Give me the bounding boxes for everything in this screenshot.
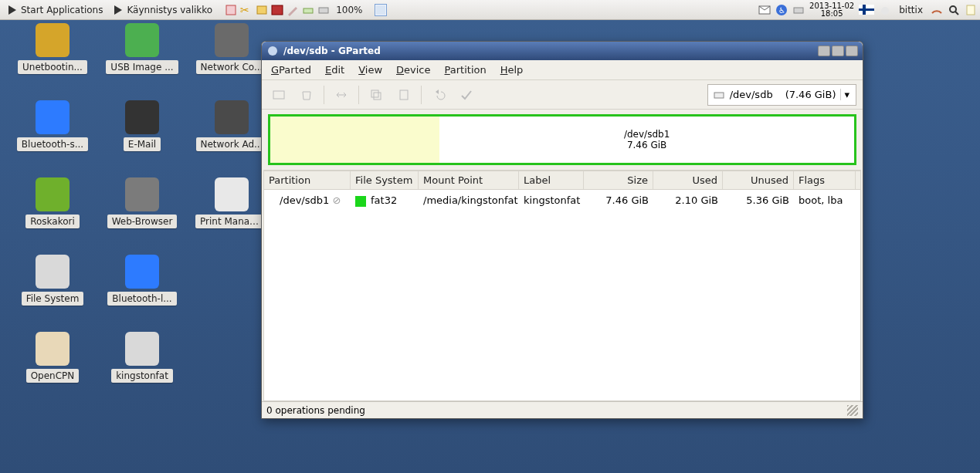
svg-rect-19 — [400, 90, 408, 100]
drive-icon — [713, 89, 725, 101]
notes-icon[interactable] — [965, 4, 977, 16]
svg-rect-6 — [376, 5, 385, 15]
desktop-icon[interactable]: File System — [14, 255, 91, 332]
column-header[interactable]: Label — [519, 171, 584, 189]
menu-partition[interactable]: Partition — [445, 64, 487, 76]
desktop-icon[interactable]: OpenCPN — [14, 332, 91, 409]
disk-usage-icon[interactable] — [792, 4, 805, 16]
terminal-icon[interactable] — [271, 4, 283, 16]
svg-rect-18 — [374, 93, 381, 100]
desktop-icon[interactable]: Network Ad... — [193, 100, 270, 177]
svg-rect-0 — [226, 5, 236, 15]
network-wireless-icon[interactable] — [931, 4, 943, 16]
scissors-icon[interactable]: ✂ — [240, 4, 253, 16]
cell-label: kingstonfat — [519, 193, 584, 208]
pen-icon[interactable] — [287, 4, 299, 16]
close-button[interactable] — [846, 46, 858, 56]
clock[interactable]: 2013-11-02 18:05 — [809, 2, 854, 18]
start-applications[interactable]: Start Applications — [3, 2, 106, 18]
menu-view[interactable]: View — [358, 64, 382, 76]
desktop-icon[interactable]: Unetbootin... — [14, 23, 91, 100]
apply-button[interactable] — [456, 84, 477, 106]
desktop-icon[interactable]: USB Image ... — [103, 23, 181, 100]
cell-unused: 5.36 GiB — [723, 193, 794, 208]
taskbar-app-icon[interactable] — [375, 4, 387, 16]
desktop-icon[interactable]: Print Manager — [193, 177, 270, 255]
desktop-icon[interactable]: Web-Browser — [103, 177, 181, 255]
desktop-icon[interactable]: Network Co... — [193, 23, 270, 100]
svg-point-11 — [881, 7, 889, 15]
svg-rect-2 — [257, 6, 266, 14]
menu-device[interactable]: Device — [396, 64, 430, 76]
maximize-button[interactable] — [832, 46, 844, 56]
svg-rect-3 — [272, 5, 283, 15]
chevron-down-icon[interactable]: ▾ — [840, 89, 853, 100]
weather-icon[interactable] — [879, 4, 891, 16]
menu-edit[interactable]: Edit — [325, 64, 344, 76]
battery-indicator[interactable]: 100% — [333, 3, 365, 17]
menu-gparted[interactable]: GParted — [271, 64, 311, 76]
svg-rect-14 — [967, 5, 975, 15]
logout-icon[interactable] — [225, 4, 237, 16]
fs-color-icon — [355, 196, 366, 207]
desktop-icon[interactable]: E-Mail — [103, 100, 181, 177]
svg-rect-17 — [371, 90, 378, 97]
column-header[interactable]: Size — [584, 171, 653, 189]
cell-size: 7.46 GiB — [584, 193, 653, 208]
app-glyph-icon — [125, 177, 159, 211]
date-text: 2013-11-02 — [809, 2, 854, 10]
undo-button[interactable] — [428, 84, 449, 106]
desktop-icon[interactable]: Roskakori — [14, 177, 91, 255]
desktop: Unetbootin... Bluetooth-s... Roskakori F… — [14, 23, 270, 455]
desktop-icon-label: USB Image ... — [106, 60, 178, 74]
desktop-icon[interactable]: Bluetooth-s... — [14, 100, 91, 177]
flag-finland-icon[interactable] — [859, 5, 874, 15]
minimize-button[interactable] — [818, 46, 830, 56]
column-header[interactable]: Unused — [723, 171, 794, 189]
column-header[interactable]: Used — [653, 171, 723, 189]
top-panel: Start Applications Käynnistys valikko ✂ … — [0, 0, 980, 20]
new-partition-button[interactable] — [268, 84, 290, 106]
table-header: PartitionFile SystemMount PointLabelSize… — [264, 171, 860, 190]
window-titlebar[interactable]: /dev/sdb - GParted — [262, 42, 863, 60]
partition-table: PartitionFile SystemMount PointLabelSize… — [263, 170, 861, 401]
graph-partition-name: /dev/sdb1 — [624, 129, 670, 140]
column-header[interactable]: File System — [351, 171, 419, 189]
app-glyph-icon — [36, 23, 70, 57]
svg-point-15 — [268, 46, 277, 56]
desktop-icon-label: File System — [22, 292, 84, 306]
status-text: 0 operations pending — [266, 405, 365, 416]
paste-button[interactable] — [393, 84, 415, 106]
cell-used: 2.10 GiB — [653, 193, 723, 208]
copy-button[interactable] — [365, 84, 387, 106]
partition-graph[interactable]: /dev/sdb1 7.46 GiB — [268, 114, 856, 165]
app-glyph-icon — [125, 23, 159, 57]
desktop-icon[interactable]: Bluetooth-l... — [103, 255, 181, 332]
user-label[interactable]: bittix — [896, 3, 926, 17]
disk-icon[interactable] — [317, 4, 330, 16]
table-row[interactable]: /dev/sdb1 ⊘ fat32 /media/kingstonfat kin… — [264, 190, 860, 211]
cell-partition: /dev/sdb1 ⊘ — [264, 193, 351, 208]
menu-help[interactable]: Help — [500, 64, 524, 76]
delete-button[interactable] — [296, 84, 317, 106]
removable-icon[interactable] — [302, 4, 314, 16]
device-selector[interactable]: /dev/sdb (7.46 GiB) ▾ — [707, 84, 856, 106]
app-glyph-icon — [215, 177, 249, 211]
resize-move-button[interactable] — [331, 84, 352, 106]
accessibility-icon[interactable]: ♿ — [775, 4, 788, 16]
mail-icon[interactable] — [758, 4, 771, 16]
svg-rect-16 — [273, 91, 284, 99]
partition-graph-label: /dev/sdb1 7.46 GiB — [439, 117, 854, 163]
search-icon[interactable] — [948, 4, 960, 16]
desktop-icon[interactable]: kingstonfat — [103, 332, 181, 409]
start-menu-fi[interactable]: Käynnistys valikko — [109, 2, 215, 18]
app-glyph-icon — [125, 100, 159, 134]
start-apps-label: Start Applications — [21, 5, 103, 15]
files-icon[interactable] — [256, 4, 268, 16]
column-header[interactable]: Flags — [794, 171, 856, 189]
statusbar: 0 operations pending — [262, 401, 863, 418]
column-header[interactable]: Mount Point — [419, 171, 519, 189]
column-header[interactable]: Partition — [264, 171, 351, 189]
device-size: (7.46 GiB) — [785, 89, 836, 100]
resize-grip[interactable] — [847, 405, 858, 416]
